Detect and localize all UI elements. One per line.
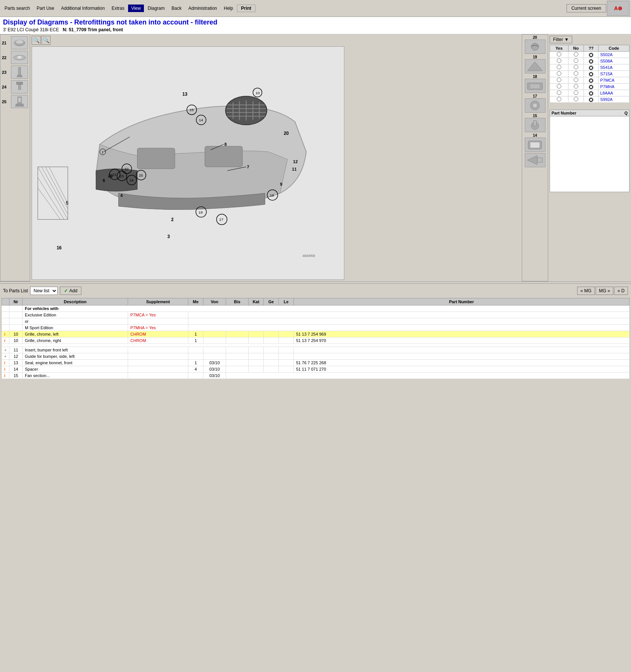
filter-qq-radio[interactable] [589,78,593,83]
filter-row[interactable]: P7MHA [550,84,629,90]
row-desc-cell[interactable]: Spacer [23,366,128,373]
svg-text:16: 16 [57,245,62,250]
row-desc-cell[interactable]: Grille, chrome, right [23,338,128,344]
filter-row[interactable]: S992A [550,96,629,103]
filter-no-radio[interactable] [574,84,578,89]
table-row[interactable]: i 14 Spacer 4 03/10 51 11 7 071 270 [2,366,629,373]
menu-view[interactable]: View [128,5,144,12]
menu-part-use[interactable]: Part Use [34,5,57,12]
table-row[interactable]: Exclusive Edition P7MCA = Yes [2,312,629,318]
right-thumb-17[interactable]: 17 [525,94,545,113]
right-thumb-arrow[interactable] [525,153,545,167]
filter-button[interactable]: Filter ▼ [550,36,572,43]
row-bis-cell [226,338,249,344]
filter-code-cell[interactable]: S715A [599,71,629,77]
filter-yes-radio[interactable] [557,58,561,63]
filter-qq-radio[interactable] [589,66,593,70]
filter-yes-radio[interactable] [557,71,561,76]
current-screen-button[interactable]: Current screen [567,4,606,12]
filter-no-radio[interactable] [574,97,578,101]
filter-row[interactable]: S502A [550,52,629,58]
filter-yes-radio[interactable] [557,78,561,82]
right-thumb-19[interactable]: 19 [525,55,545,73]
filter-code-cell[interactable]: S502A [599,52,629,58]
filter-yes-radio[interactable] [557,97,561,101]
menu-additional-info[interactable]: Additional Information [58,5,108,12]
filter-row[interactable]: S715A [550,71,629,77]
filter-qq-radio[interactable] [589,85,593,89]
right-thumb-15[interactable]: 15 [525,114,545,132]
filter-code-cell[interactable]: S508A [599,58,629,64]
filter-no-radio[interactable] [574,71,578,76]
filter-no-radio[interactable] [574,65,578,69]
menu-extras[interactable]: Extras [108,5,127,12]
menu-back[interactable]: Back [168,5,185,12]
filter-no-radio[interactable] [574,78,578,82]
filter-qq-radio[interactable] [589,98,593,102]
new-list-select[interactable]: New list [30,287,58,295]
row-desc-cell[interactable]: Grille, chrome, left [23,331,128,338]
table-row[interactable]: For vehicles with [2,305,629,312]
row-desc-cell[interactable]: Insert, bumper front left [23,347,128,353]
filter-no-radio[interactable] [574,52,578,57]
menu-diagram[interactable]: Diagram [145,5,168,12]
row-bis-cell [226,347,249,353]
filter-row[interactable]: S508A [550,58,629,64]
filter-qq-radio[interactable] [589,91,593,96]
filter-code-cell[interactable]: P7MHA [599,84,629,90]
table-row[interactable]: + 12 Guide for bumper, side, left [2,353,629,360]
row-partnum-cell [294,347,629,353]
filter-code-cell[interactable]: L8AAA [599,90,629,96]
row-desc-cell[interactable]: Seal, engine bonnet, front [23,360,128,366]
filter-qq-radio[interactable] [589,59,593,64]
page-title: Display of Diagrams - Retrofittings not … [3,18,628,26]
thumb-24[interactable]: 24 [2,80,28,93]
menu-print[interactable]: Print [237,5,255,12]
row-desc-cell[interactable]: Fan section... [23,373,128,379]
filter-yes-radio[interactable] [557,65,561,69]
menu-parts-search[interactable]: Parts search [2,5,33,12]
filter-row[interactable]: L8AAA [550,90,629,96]
table-row[interactable]: i 10 Grille, chrome, right CHROM 1 51 13… [2,338,629,344]
thumb-23[interactable]: 23 [2,66,28,79]
right-thumb-18[interactable]: 18 [525,75,545,93]
thumb-22[interactable]: 22 [2,51,28,64]
row-ge-cell [264,366,279,373]
filter-row[interactable]: S541A [550,64,629,71]
filter-qq-radio[interactable] [589,72,593,76]
mg-prev-button[interactable]: « MG [577,287,595,295]
svg-rect-4 [18,67,21,75]
filter-yes-radio[interactable] [557,90,561,95]
menu-administration[interactable]: Administration [185,5,220,12]
filter-yes-radio[interactable] [557,52,561,57]
right-thumb-20[interactable]: 20 [525,35,545,54]
filter-yes-radio[interactable] [557,84,561,89]
table-row[interactable]: i 15 Fan section... 03/10 [2,373,629,379]
right-thumb-14[interactable]: 14 [525,133,545,152]
mg-next-button[interactable]: MG » [596,287,613,295]
table-row[interactable]: or [2,318,629,325]
table-row[interactable]: i 10 Grille, chrome, left CHROM 1 51 13 … [2,331,629,338]
add-button[interactable]: ✓ Add [60,287,81,295]
table-row[interactable]: i 13 Seal, engine bonnet, front 1 03/10 … [2,360,629,366]
table-row[interactable] [2,344,629,347]
table-row[interactable]: + 11 Insert, bumper front left [2,347,629,353]
table-row[interactable]: M Sport Edition P7MHA = Yes [2,325,629,331]
check-icon: ✓ [64,288,68,293]
filter-no-radio[interactable] [574,90,578,95]
filter-code-cell[interactable]: S992A [599,96,629,103]
thumb-21[interactable]: 21 [2,36,28,49]
thumb-25[interactable]: 25 [2,95,28,108]
filter-code-cell[interactable]: P7MCA [599,77,629,84]
diagram-container[interactable]: 1 2 3 4 5 6 [32,46,344,280]
filter-no-radio[interactable] [574,58,578,63]
filter-code-cell[interactable]: S541A [599,64,629,71]
filter-qq-radio[interactable] [589,53,593,57]
zoom-in-button[interactable]: 🔍 [32,36,41,45]
menu-help[interactable]: Help [221,5,236,12]
zoom-out-button[interactable]: 🔍 [41,36,50,45]
svg-text:12: 12 [293,159,298,164]
filter-row[interactable]: P7MCA [550,77,629,84]
row-desc-cell[interactable]: Guide for bumper, side, left [23,353,128,360]
d-prev-button[interactable]: « D [614,287,628,295]
